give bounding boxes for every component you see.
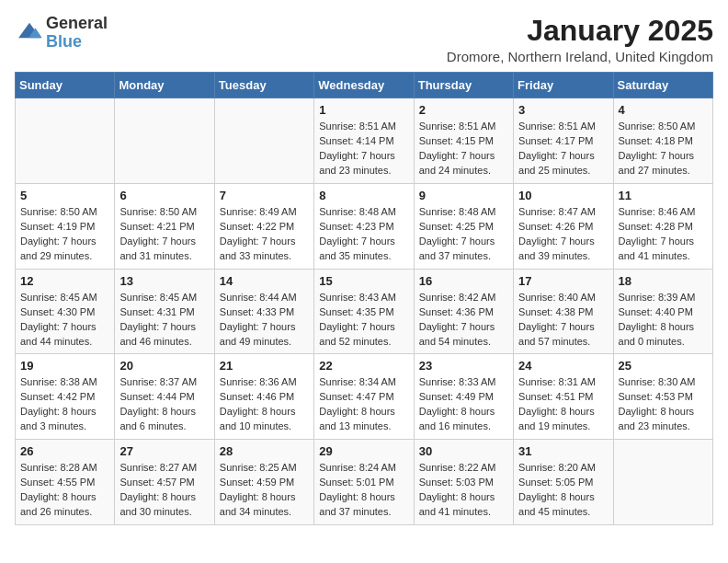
day-number: 19 — [20, 359, 109, 373]
day-number: 6 — [119, 189, 209, 202]
day-number: 4 — [619, 103, 708, 117]
cell-content: Sunrise: 8:28 AMSunset: 4:55 PMDaylight:… — [20, 461, 109, 520]
day-number: 29 — [319, 444, 408, 458]
day-number: 23 — [419, 359, 508, 373]
day-number: 20 — [119, 359, 209, 373]
calendar-cell: 30Sunrise: 8:22 AMSunset: 5:03 PMDayligh… — [414, 440, 513, 525]
calendar-cell — [16, 98, 115, 184]
calendar-cell: 26Sunrise: 8:28 AMSunset: 4:55 PMDayligh… — [16, 440, 115, 525]
calendar-cell: 19Sunrise: 8:38 AMSunset: 4:42 PMDayligh… — [16, 354, 115, 440]
calendar-cell: 7Sunrise: 8:49 AMSunset: 4:22 PMDaylight… — [214, 183, 313, 269]
cell-content: Sunrise: 8:33 AMSunset: 4:49 PMDaylight:… — [419, 375, 508, 434]
cell-content: Sunrise: 8:49 AMSunset: 4:22 PMDaylight:… — [220, 205, 309, 264]
cell-content: Sunrise: 8:24 AMSunset: 5:01 PMDaylight:… — [319, 461, 408, 520]
day-number: 15 — [319, 274, 408, 288]
page-header: General Blue January 2025 Dromore, North… — [15, 15, 713, 64]
cell-content: Sunrise: 8:45 AMSunset: 4:31 PMDaylight:… — [119, 291, 209, 350]
day-number: 21 — [220, 359, 309, 373]
calendar-cell: 13Sunrise: 8:45 AMSunset: 4:31 PMDayligh… — [115, 269, 214, 354]
cell-content: Sunrise: 8:30 AMSunset: 4:53 PMDaylight:… — [619, 375, 708, 434]
calendar-week-row: 5Sunrise: 8:50 AMSunset: 4:19 PMDaylight… — [16, 183, 713, 269]
calendar-cell: 2Sunrise: 8:51 AMSunset: 4:15 PMDaylight… — [414, 98, 513, 184]
day-number: 16 — [419, 274, 508, 288]
day-number: 26 — [20, 444, 109, 458]
calendar-cell: 11Sunrise: 8:46 AMSunset: 4:28 PMDayligh… — [613, 183, 712, 269]
cell-content: Sunrise: 8:42 AMSunset: 4:36 PMDaylight:… — [419, 291, 508, 350]
calendar-week-row: 19Sunrise: 8:38 AMSunset: 4:42 PMDayligh… — [16, 354, 713, 440]
header-cell-sunday: Sunday — [16, 73, 115, 98]
cell-content: Sunrise: 8:50 AMSunset: 4:19 PMDaylight:… — [20, 205, 109, 264]
cell-content: Sunrise: 8:47 AMSunset: 4:26 PMDaylight:… — [518, 205, 608, 264]
calendar-title: January 2025 — [447, 15, 713, 47]
cell-content: Sunrise: 8:48 AMSunset: 4:23 PMDaylight:… — [319, 205, 408, 264]
day-number: 28 — [220, 444, 309, 458]
cell-content: Sunrise: 8:51 AMSunset: 4:17 PMDaylight:… — [518, 120, 608, 178]
calendar-subtitle: Dromore, Northern Ireland, United Kingdo… — [447, 49, 713, 64]
day-number: 25 — [619, 359, 708, 373]
calendar-cell: 5Sunrise: 8:50 AMSunset: 4:19 PMDaylight… — [16, 183, 115, 269]
cell-content: Sunrise: 8:51 AMSunset: 4:14 PMDaylight:… — [319, 120, 408, 178]
calendar-cell: 17Sunrise: 8:40 AMSunset: 4:38 PMDayligh… — [514, 269, 613, 354]
calendar-cell: 12Sunrise: 8:45 AMSunset: 4:30 PMDayligh… — [16, 269, 115, 354]
calendar-cell: 23Sunrise: 8:33 AMSunset: 4:49 PMDayligh… — [414, 354, 513, 440]
title-block: January 2025 Dromore, Northern Ireland, … — [447, 15, 713, 64]
cell-content: Sunrise: 8:45 AMSunset: 4:30 PMDaylight:… — [20, 291, 109, 350]
calendar-cell: 16Sunrise: 8:42 AMSunset: 4:36 PMDayligh… — [414, 269, 513, 354]
cell-content: Sunrise: 8:36 AMSunset: 4:46 PMDaylight:… — [220, 375, 309, 434]
calendar-cell: 1Sunrise: 8:51 AMSunset: 4:14 PMDaylight… — [314, 98, 414, 184]
calendar-cell: 21Sunrise: 8:36 AMSunset: 4:46 PMDayligh… — [214, 354, 313, 440]
cell-content: Sunrise: 8:20 AMSunset: 5:05 PMDaylight:… — [518, 461, 608, 520]
calendar-cell: 24Sunrise: 8:31 AMSunset: 4:51 PMDayligh… — [514, 354, 613, 440]
calendar-cell: 28Sunrise: 8:25 AMSunset: 4:59 PMDayligh… — [214, 440, 313, 525]
day-number: 30 — [419, 444, 508, 458]
calendar-cell: 31Sunrise: 8:20 AMSunset: 5:05 PMDayligh… — [514, 440, 613, 525]
cell-content: Sunrise: 8:38 AMSunset: 4:42 PMDaylight:… — [20, 375, 109, 434]
calendar-week-row: 26Sunrise: 8:28 AMSunset: 4:55 PMDayligh… — [16, 440, 713, 525]
cell-content: Sunrise: 8:27 AMSunset: 4:57 PMDaylight:… — [119, 461, 209, 520]
cell-content: Sunrise: 8:50 AMSunset: 4:18 PMDaylight:… — [619, 120, 708, 178]
header-cell-tuesday: Tuesday — [214, 73, 313, 98]
cell-content: Sunrise: 8:31 AMSunset: 4:51 PMDaylight:… — [518, 375, 608, 434]
day-number: 5 — [20, 189, 109, 202]
day-number: 12 — [20, 274, 109, 288]
logo-icon — [17, 21, 42, 41]
day-number: 22 — [319, 359, 408, 373]
calendar-cell: 6Sunrise: 8:50 AMSunset: 4:21 PMDaylight… — [115, 183, 214, 269]
calendar-cell: 29Sunrise: 8:24 AMSunset: 5:01 PMDayligh… — [314, 440, 414, 525]
day-number: 3 — [518, 103, 608, 117]
cell-content: Sunrise: 8:51 AMSunset: 4:15 PMDaylight:… — [419, 120, 508, 178]
calendar-cell — [115, 98, 214, 184]
cell-content: Sunrise: 8:44 AMSunset: 4:33 PMDaylight:… — [220, 291, 309, 350]
calendar-cell — [613, 440, 712, 525]
header-cell-wednesday: Wednesday — [314, 73, 414, 98]
day-number: 2 — [419, 103, 508, 117]
day-number: 10 — [518, 189, 608, 202]
header-cell-friday: Friday — [514, 73, 613, 98]
calendar-cell: 9Sunrise: 8:48 AMSunset: 4:25 PMDaylight… — [414, 183, 513, 269]
day-number: 31 — [518, 444, 608, 458]
cell-content: Sunrise: 8:34 AMSunset: 4:47 PMDaylight:… — [319, 375, 408, 434]
calendar-cell: 20Sunrise: 8:37 AMSunset: 4:44 PMDayligh… — [115, 354, 214, 440]
cell-content: Sunrise: 8:43 AMSunset: 4:35 PMDaylight:… — [319, 291, 408, 350]
calendar-cell: 8Sunrise: 8:48 AMSunset: 4:23 PMDaylight… — [314, 183, 414, 269]
day-number: 27 — [119, 444, 209, 458]
header-cell-thursday: Thursday — [414, 73, 513, 98]
cell-content: Sunrise: 8:40 AMSunset: 4:38 PMDaylight:… — [518, 291, 608, 350]
calendar-week-row: 12Sunrise: 8:45 AMSunset: 4:30 PMDayligh… — [16, 269, 713, 354]
day-number: 18 — [619, 274, 708, 288]
logo: General Blue — [15, 15, 108, 52]
cell-content: Sunrise: 8:25 AMSunset: 4:59 PMDaylight:… — [220, 461, 309, 520]
calendar-cell: 10Sunrise: 8:47 AMSunset: 4:26 PMDayligh… — [514, 183, 613, 269]
calendar-cell: 27Sunrise: 8:27 AMSunset: 4:57 PMDayligh… — [115, 440, 214, 525]
calendar-cell: 18Sunrise: 8:39 AMSunset: 4:40 PMDayligh… — [613, 269, 712, 354]
calendar-cell — [214, 98, 313, 184]
day-number: 11 — [619, 189, 708, 202]
day-number: 24 — [518, 359, 608, 373]
calendar-cell: 25Sunrise: 8:30 AMSunset: 4:53 PMDayligh… — [613, 354, 712, 440]
day-number: 9 — [419, 189, 508, 202]
calendar-body: 1Sunrise: 8:51 AMSunset: 4:14 PMDaylight… — [16, 98, 713, 525]
calendar-cell: 3Sunrise: 8:51 AMSunset: 4:17 PMDaylight… — [514, 98, 613, 184]
cell-content: Sunrise: 8:46 AMSunset: 4:28 PMDaylight:… — [619, 205, 708, 264]
header-cell-saturday: Saturday — [613, 73, 712, 98]
header-cell-monday: Monday — [115, 73, 214, 98]
